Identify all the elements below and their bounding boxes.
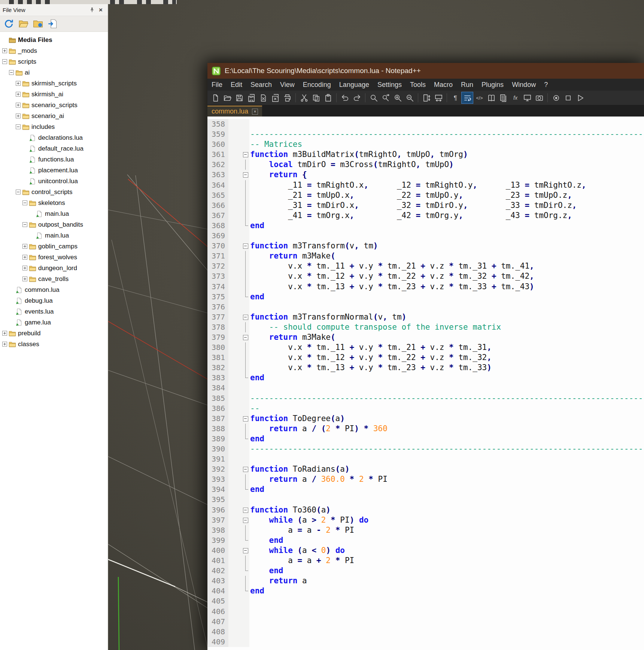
- tree-item-game-lua[interactable]: game.lua: [0, 317, 108, 328]
- zoom-in-icon[interactable]: [392, 92, 403, 103]
- code-line-365[interactable]: 365 _21 = tmUpO.x, _22 = tmUpO.y, _23 = …: [207, 190, 644, 200]
- stop-macro-icon[interactable]: [562, 92, 574, 103]
- bookmark-margin[interactable]: [228, 373, 242, 383]
- bookmark-margin[interactable]: [228, 444, 242, 454]
- bookmark-margin[interactable]: [228, 596, 242, 606]
- bookmark-margin[interactable]: [228, 170, 242, 180]
- code-line-370[interactable]: 370function m3Transform(v, tm): [207, 241, 644, 251]
- code-line-409[interactable]: 409: [207, 637, 644, 647]
- menu-help[interactable]: ?: [540, 79, 552, 91]
- expand-icon[interactable]: [16, 114, 21, 118]
- collapse-icon[interactable]: [9, 70, 14, 75]
- collapse-icon[interactable]: [22, 200, 27, 205]
- tree-item-media-files[interactable]: Media Files: [0, 34, 108, 45]
- tree-item-scenario-scripts[interactable]: scenario_scripts: [0, 100, 108, 111]
- bookmark-margin[interactable]: [228, 535, 242, 545]
- bookmark-margin[interactable]: [228, 454, 242, 464]
- bookmark-margin[interactable]: [228, 119, 242, 129]
- code-line-368[interactable]: 368end: [207, 221, 644, 231]
- tree-item-cave-trolls[interactable]: cave_trolls: [0, 273, 108, 284]
- import-icon[interactable]: [48, 19, 58, 29]
- tree-item-skeletons[interactable]: skeletons: [0, 197, 108, 208]
- tree-item-functions-lua[interactable]: functions.lua: [0, 154, 108, 165]
- bookmark-margin[interactable]: [228, 434, 242, 444]
- collapse-icon[interactable]: [16, 124, 21, 129]
- fold-collapse-icon[interactable]: [242, 241, 249, 251]
- expand-icon[interactable]: [16, 81, 21, 86]
- tree-item-classes[interactable]: classes: [0, 339, 108, 350]
- code-line-378[interactable]: 378 -- should compute transpose of the i…: [207, 322, 644, 332]
- bookmark-margin[interactable]: [228, 545, 242, 556]
- sync-horizontal-icon[interactable]: [433, 92, 444, 103]
- undo-icon[interactable]: [339, 92, 350, 103]
- bookmark-margin[interactable]: [228, 474, 242, 484]
- tree-item-unitcontrol-lua[interactable]: unitcontrol.lua: [0, 176, 108, 187]
- code-line-407[interactable]: 407: [207, 617, 644, 627]
- folder-options-icon[interactable]: [33, 19, 43, 29]
- play-macro-icon[interactable]: [574, 92, 586, 103]
- bookmark-margin[interactable]: [228, 211, 242, 221]
- code-line-383[interactable]: 383end: [207, 373, 644, 383]
- menu-edit[interactable]: Edit: [227, 79, 246, 91]
- bookmark-margin[interactable]: [228, 302, 242, 312]
- code-line-404[interactable]: 404end: [207, 586, 644, 596]
- code-line-359[interactable]: 359-------------------------------------…: [207, 129, 644, 139]
- tree-item-debug-lua[interactable]: debug.lua: [0, 295, 108, 306]
- code-line-391[interactable]: 391: [207, 454, 644, 464]
- code-line-385[interactable]: 385-------------------------------------…: [207, 393, 644, 403]
- code-line-371[interactable]: 371 return m3Make(: [207, 251, 644, 261]
- expand-icon[interactable]: [2, 342, 7, 347]
- bookmark-margin[interactable]: [228, 617, 242, 627]
- bookmark-margin[interactable]: [228, 200, 242, 211]
- tree-item-skirmish-scripts[interactable]: skirmish_scripts: [0, 78, 108, 89]
- refresh-icon[interactable]: [4, 19, 14, 29]
- menu-tools[interactable]: Tools: [406, 79, 430, 91]
- open-folder-icon[interactable]: [18, 19, 28, 29]
- word-wrap-icon[interactable]: [462, 92, 473, 103]
- new-file-icon[interactable]: [210, 92, 221, 103]
- document-list-icon[interactable]: [498, 92, 509, 103]
- code-line-382[interactable]: 382 v.x * tm._13 + v.y * tm._23 + v.z * …: [207, 363, 644, 373]
- bookmark-margin[interactable]: [228, 586, 242, 596]
- code-line-392[interactable]: 392function ToRadians(a): [207, 464, 644, 474]
- replace-icon[interactable]: [380, 92, 391, 103]
- bookmark-margin[interactable]: [228, 484, 242, 495]
- code-line-358[interactable]: 358: [207, 119, 644, 129]
- tree-item-prebuild[interactable]: prebuild: [0, 328, 108, 339]
- tree-item-main-lua[interactable]: main.lua: [0, 208, 108, 219]
- fold-collapse-icon[interactable]: [242, 505, 249, 515]
- cut-icon[interactable]: [298, 92, 310, 103]
- bookmark-margin[interactable]: [228, 149, 242, 160]
- code-line-393[interactable]: 393 return a / 360.0 * 2 * PI: [207, 474, 644, 484]
- fold-collapse-icon[interactable]: [242, 464, 249, 474]
- bookmark-margin[interactable]: [228, 160, 242, 170]
- bookmark-margin[interactable]: [228, 271, 242, 281]
- close-icon[interactable]: ×: [96, 6, 105, 14]
- code-line-389[interactable]: 389end: [207, 434, 644, 444]
- tree-item-default-race-lua[interactable]: default_race.lua: [0, 143, 108, 154]
- code-line-386[interactable]: 386--: [207, 403, 644, 414]
- menu-search[interactable]: Search: [246, 79, 276, 91]
- code-line-408[interactable]: 408: [207, 627, 644, 637]
- function-list-icon[interactable]: fx: [510, 92, 521, 103]
- bookmark-margin[interactable]: [228, 322, 242, 332]
- window-titlebar[interactable]: E:\Local\The Scouring\Media\scripts\comm…: [207, 63, 644, 79]
- tree-item--mods[interactable]: _mods: [0, 45, 108, 56]
- code-line-372[interactable]: 372 v.x * tm._11 + v.y * tm._21 + v.z * …: [207, 261, 644, 271]
- tree-item-skirmish-ai[interactable]: skirmish_ai: [0, 89, 108, 100]
- menu-view[interactable]: View: [276, 79, 299, 91]
- code-line-396[interactable]: 396function To360(a): [207, 505, 644, 515]
- expand-icon[interactable]: [22, 255, 27, 260]
- fold-collapse-icon[interactable]: [242, 149, 249, 160]
- tree-item-placement-lua[interactable]: placement.lua: [0, 165, 108, 176]
- bookmark-margin[interactable]: [228, 241, 242, 251]
- snapshot-icon[interactable]: [534, 92, 545, 103]
- tree-item-outpost-bandits[interactable]: outpost_bandits: [0, 219, 108, 230]
- expand-icon[interactable]: [2, 48, 7, 53]
- tree-item-events-lua[interactable]: events.lua: [0, 306, 108, 317]
- fold-collapse-icon[interactable]: [242, 545, 249, 556]
- bookmark-margin[interactable]: [228, 139, 242, 149]
- tree-item-forest-wolves[interactable]: forest_wolves: [0, 252, 108, 263]
- code-line-363[interactable]: 363 return {: [207, 170, 644, 180]
- code-line-364[interactable]: 364 _11 = tmRightO.x, _12 = tmRightO.y, …: [207, 180, 644, 190]
